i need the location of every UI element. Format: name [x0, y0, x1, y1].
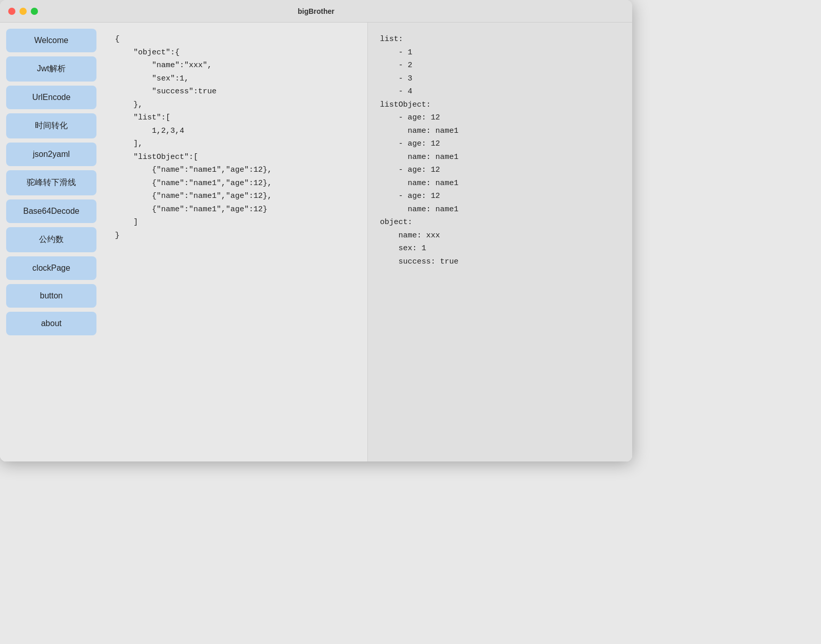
- content-area: { "object":{ "name":"xxx", "sex":1, "suc…: [103, 23, 632, 461]
- sidebar-item-about[interactable]: about: [6, 312, 96, 335]
- close-button[interactable]: [8, 8, 15, 15]
- sidebar-item-json2yaml[interactable]: json2yaml: [6, 143, 96, 166]
- window-title: bigBrother: [298, 7, 335, 15]
- sidebar-item-base64[interactable]: Base64Decode: [6, 199, 96, 223]
- json-panel: { "object":{ "name":"xxx", "sex":1, "suc…: [103, 23, 368, 461]
- sidebar-item-welcome[interactable]: Welcome: [6, 29, 96, 52]
- sidebar-item-time[interactable]: 时间转化: [6, 113, 96, 138]
- sidebar-item-clock[interactable]: clockPage: [6, 256, 96, 280]
- sidebar-item-jwt[interactable]: Jwt解析: [6, 56, 96, 82]
- title-bar: bigBrother: [0, 0, 632, 23]
- sidebar-item-button[interactable]: button: [6, 284, 96, 308]
- traffic-lights: [8, 8, 38, 15]
- main-layout: WelcomeJwt解析UrlEncode时间转化json2yaml驼峰转下滑线…: [0, 23, 632, 461]
- sidebar-item-urlencode[interactable]: UrlEncode: [6, 86, 96, 109]
- yaml-panel: list: - 1 - 2 - 3 - 4 listObject: - age:…: [368, 23, 633, 461]
- sidebar-item-camel[interactable]: 驼峰转下滑线: [6, 170, 96, 195]
- sidebar: WelcomeJwt解析UrlEncode时间转化json2yaml驼峰转下滑线…: [0, 23, 103, 461]
- maximize-button[interactable]: [31, 8, 38, 15]
- sidebar-item-gcd[interactable]: 公约数: [6, 227, 96, 252]
- minimize-button[interactable]: [19, 8, 27, 15]
